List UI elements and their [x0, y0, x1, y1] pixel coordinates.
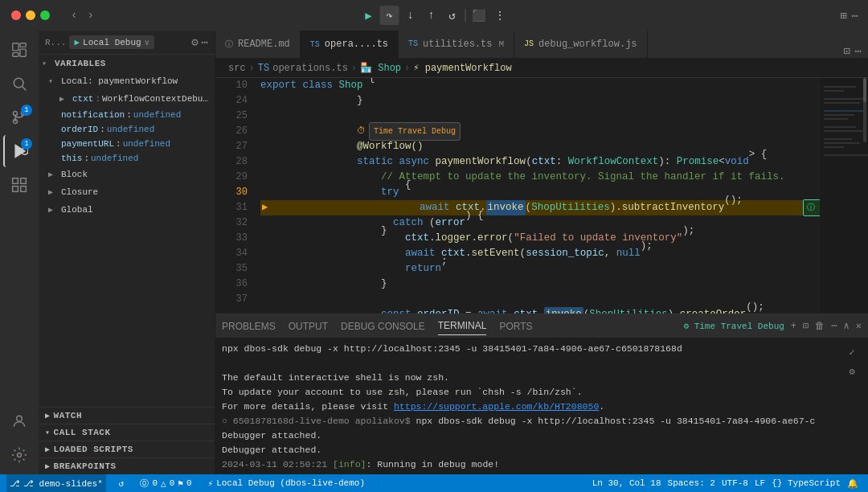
variables-arrow-icon: ▾	[42, 59, 55, 68]
debug-config-selector[interactable]: ▶ Local Debug ∨	[69, 35, 154, 49]
variables-section-header[interactable]: ▾ VARIABLES	[39, 55, 215, 72]
paymenturl-item[interactable]: paymentURL : undefined	[39, 137, 215, 151]
step-out-button[interactable]: ↑	[422, 6, 441, 25]
ts-lang-icon2: TS	[408, 39, 418, 48]
call-stack-header[interactable]: ▾ CALL STACK	[39, 424, 215, 441]
more-tabs-icon[interactable]: ⋯	[855, 44, 862, 58]
account-icon[interactable]	[3, 405, 35, 437]
ctxt-item[interactable]: ▶ ctxt : WorkflowContextDebu...	[39, 90, 215, 108]
cursor-position-item[interactable]: Ln 30, Col 18	[589, 474, 665, 492]
minimize-button[interactable]	[26, 10, 35, 20]
settings-gear-icon[interactable]: ⚙	[191, 35, 198, 49]
warning-icon: △	[161, 478, 166, 489]
step-over-button[interactable]: ↷ Step Over (F10)	[380, 6, 399, 25]
block-arrow-icon: ▶	[48, 170, 61, 179]
activity-bottom	[3, 405, 35, 474]
editor-area: ⓘ README.md TS opera....ts TS utilities.…	[215, 31, 868, 474]
git-branch-item[interactable]: ⎇ ⎇ demo-slides*	[6, 474, 106, 492]
tab-readme[interactable]: ⓘ README.md	[215, 31, 301, 58]
tab-terminal[interactable]: TERMINAL	[438, 317, 487, 335]
eol-label: LF	[755, 478, 765, 488]
spaces-item[interactable]: Spaces: 2	[665, 474, 719, 492]
stop-button[interactable]: ⬛	[469, 6, 489, 25]
more-button[interactable]: ⋮	[490, 6, 510, 25]
loaded-scripts-header[interactable]: ▶ LOADED SCRIPTS	[39, 441, 215, 457]
run-debug-icon[interactable]: 1	[3, 135, 35, 167]
tab-operations[interactable]: TS opera....ts	[301, 31, 399, 58]
error-icon: ⓪	[140, 478, 149, 490]
split-terminal-icon[interactable]: ⊡	[803, 320, 809, 332]
notification-item[interactable]: notification : undefined	[39, 108, 215, 122]
local-group[interactable]: ▾ Local: paymentWorkflow	[39, 72, 215, 90]
sync-item[interactable]: ↺	[116, 474, 128, 492]
tab-problems[interactable]: PROBLEMS	[222, 318, 276, 335]
debug-config-label: Local Debug	[83, 38, 141, 47]
svg-rect-24	[824, 118, 848, 120]
tab-utilities[interactable]: TS utilities.ts M	[399, 31, 514, 58]
svg-rect-0	[13, 43, 18, 51]
terminal-link[interactable]: https://support.apple.com/kb/HT208050	[394, 401, 599, 412]
block-group[interactable]: ▶ Block	[39, 166, 215, 183]
svg-rect-14	[21, 187, 27, 192]
nav-back-button[interactable]: ‹	[68, 7, 80, 23]
code-editor[interactable]: 10 24 25 26 27 28 29 30 31 32 33 34 35 3…	[215, 78, 868, 314]
main-layout: 1 1 R... ▶ Local Debug ∨ ⚙	[0, 31, 868, 474]
maximize-button[interactable]	[40, 10, 50, 20]
delete-terminal-icon[interactable]: 🗑	[815, 320, 825, 332]
errors-item[interactable]: ⓪ 0 △ 0 ⚑ 0	[137, 474, 194, 492]
ctxt-value: WorkflowContextDebu...	[102, 94, 210, 104]
notifications-item[interactable]: 🔔	[844, 474, 862, 492]
close-panel-icon[interactable]: ✕	[856, 320, 862, 332]
step-into-button[interactable]: ↓	[401, 6, 420, 25]
svg-rect-30	[824, 154, 868, 156]
code-content[interactable]: export class Shop { } ⏱ Time Travel Debu…	[254, 78, 820, 314]
settings-icon[interactable]	[3, 439, 35, 471]
debug-session-item[interactable]: ⚡ Local Debug (dbos-live-demo)	[205, 474, 368, 492]
svg-point-15	[17, 416, 23, 421]
tab-output[interactable]: OUTPUT	[289, 318, 328, 335]
status-right: Ln 30, Col 18 Spaces: 2 UTF-8 LF {} Type…	[589, 474, 862, 492]
more-terminal-icon[interactable]: ⋯	[831, 320, 837, 332]
watch-header[interactable]: ▶ WATCH	[39, 408, 215, 424]
this-value: undefined	[91, 154, 138, 163]
svg-rect-29	[824, 146, 844, 148]
terminal-text[interactable]: npx dbos-sdk debug -x http://localhost:2…	[222, 342, 839, 471]
close-button[interactable]	[11, 10, 21, 20]
more-options-icon[interactable]: ⋯	[202, 35, 208, 49]
this-item[interactable]: this : undefined	[39, 151, 215, 166]
orderid-item[interactable]: orderID : undefined	[39, 122, 215, 137]
panel-tab-actions: ⚙ Time Travel Debug + ⊡ 🗑 ⋯ ∧ ✕	[683, 320, 862, 332]
terminal-action-gear[interactable]: ⚙	[844, 364, 860, 380]
nav-forward-button[interactable]: ›	[84, 7, 96, 23]
tab-debug-console[interactable]: DEBUG CONSOLE	[341, 318, 425, 335]
code-line-24: }	[260, 93, 813, 109]
continue-button[interactable]: ▶	[359, 6, 379, 25]
eol-item[interactable]: LF	[751, 474, 768, 492]
tab-ports[interactable]: PORTS	[499, 318, 532, 335]
closure-group[interactable]: ▶ Closure	[39, 183, 215, 201]
nav-arrows: ‹ ›	[61, 7, 104, 23]
encoding-item[interactable]: UTF-8	[719, 474, 751, 492]
collapse-panel-icon[interactable]: ∧	[844, 320, 850, 332]
source-control-icon[interactable]: 1	[3, 101, 35, 133]
split-editor-icon[interactable]: ⊡	[843, 44, 850, 58]
loaded-scripts-arrow-icon: ▶	[45, 445, 51, 454]
explorer-icon[interactable]	[3, 34, 35, 66]
add-terminal-icon[interactable]: +	[791, 321, 796, 332]
terminal-line-7: Debugger attached.	[222, 443, 839, 457]
global-group[interactable]: ▶ Global	[39, 201, 215, 219]
svg-rect-22	[824, 110, 864, 112]
tab-debug-workflow[interactable]: JS debug_workflow.js	[514, 31, 647, 58]
more-icon[interactable]: ⋯	[852, 9, 858, 23]
extensions-icon[interactable]	[3, 169, 35, 201]
terminal-line-3: To update your account to use zsh, pleas…	[222, 385, 839, 400]
restart-button[interactable]: ↺	[443, 6, 462, 25]
terminal-action-1[interactable]: ✓	[844, 345, 860, 361]
terminal-content: npx dbos-sdk debug -x http://localhost:2…	[215, 338, 868, 474]
paymenturl-value: undefined	[123, 139, 170, 149]
breakpoints-header[interactable]: ▶ BREAKPOINTS	[39, 458, 215, 474]
language-item[interactable]: {} TypeScript	[768, 474, 844, 492]
layout-icon[interactable]: ⊞	[840, 9, 846, 23]
search-icon[interactable]	[3, 68, 35, 100]
shop-crumb: 🏪 Shop	[360, 62, 401, 74]
